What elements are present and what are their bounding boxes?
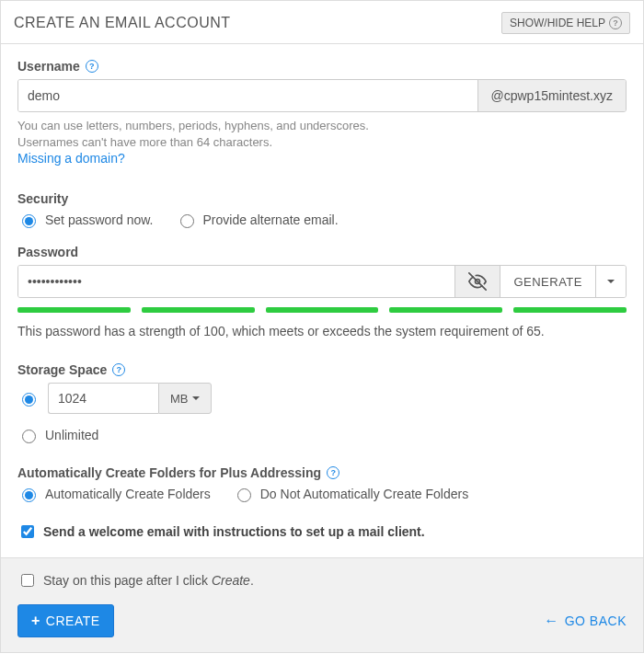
create-email-panel: CREATE AN EMAIL ACCOUNT SHOW/HIDE HELP ?… xyxy=(0,0,644,653)
help-icon[interactable]: ? xyxy=(327,466,339,479)
radio-folders-auto[interactable] xyxy=(22,488,36,502)
domain-addon[interactable]: @cpwp15mintest.xyz xyxy=(477,80,626,111)
help-icon[interactable]: ? xyxy=(86,60,98,73)
storage-label-text: Storage Space xyxy=(17,362,107,377)
stay-label: Stay on this page after I click Create. xyxy=(43,573,254,588)
radio-label: Automatically Create Folders xyxy=(45,487,211,501)
panel-title: CREATE AN EMAIL ACCOUNT xyxy=(14,15,231,31)
show-hide-help-button[interactable]: SHOW/HIDE HELP ? xyxy=(501,12,630,34)
help-button-label: SHOW/HIDE HELP xyxy=(510,17,605,29)
radio-label: Set password now. xyxy=(45,212,154,227)
create-button-label: CREATE xyxy=(46,613,100,628)
radio-storage-unlimited[interactable] xyxy=(22,430,36,443)
help-icon[interactable]: ? xyxy=(112,363,125,376)
stay-checkbox-row[interactable]: Stay on this page after I click Create. xyxy=(17,571,627,590)
radio-label: Do Not Automatically Create Folders xyxy=(260,487,468,501)
username-label: Username ? xyxy=(17,59,627,74)
folders-label: Automatically Create Folders for Plus Ad… xyxy=(17,465,627,480)
password-input-group: GENERATE xyxy=(17,265,627,298)
storage-unit-label: MB xyxy=(170,392,189,406)
storage-group: Storage Space ? MB Unlimited xyxy=(17,362,627,443)
radio-label: Unlimited xyxy=(45,428,98,442)
welcome-checkbox[interactable] xyxy=(21,525,34,538)
chevron-down-icon xyxy=(192,396,200,400)
security-opt-now[interactable]: Set password now. xyxy=(17,212,154,228)
generate-password-button[interactable]: GENERATE xyxy=(500,266,595,297)
password-group: Password GENERATE T xyxy=(17,245,627,338)
security-opt-alt[interactable]: Provide alternate email. xyxy=(176,212,339,228)
hint-line: You can use letters, numbers, periods, h… xyxy=(17,118,627,134)
generate-password-dropdown[interactable] xyxy=(595,266,626,297)
radio-label: Provide alternate email. xyxy=(203,212,339,227)
password-label: Password xyxy=(17,245,627,259)
welcome-checkbox-row[interactable]: Send a welcome email with instructions t… xyxy=(17,522,627,541)
security-label: Security xyxy=(17,191,627,206)
radio-storage-custom[interactable] xyxy=(22,393,36,407)
stay-checkbox[interactable] xyxy=(21,574,34,587)
password-input[interactable] xyxy=(18,266,454,297)
panel-body: Username ? @cpwp15mintest.xyz You can us… xyxy=(1,44,643,557)
radio-alternate-email[interactable] xyxy=(180,214,194,228)
folders-label-text: Automatically Create Folders for Plus Ad… xyxy=(17,465,321,480)
arrow-left-icon xyxy=(544,613,559,629)
panel-header: CREATE AN EMAIL ACCOUNT SHOW/HIDE HELP ? xyxy=(1,1,643,44)
welcome-label: Send a welcome email with instructions t… xyxy=(43,524,425,539)
folders-opt-no[interactable]: Do Not Automatically Create Folders xyxy=(233,486,468,502)
radio-folders-no[interactable] xyxy=(237,488,251,502)
folders-group: Automatically Create Folders for Plus Ad… xyxy=(17,465,627,502)
panel-footer: Stay on this page after I click Create. … xyxy=(1,557,643,652)
storage-label: Storage Space ? xyxy=(17,362,627,377)
stay-label-prefix: Stay on this page after I click xyxy=(43,573,212,588)
username-label-text: Username xyxy=(17,59,80,74)
folders-options: Automatically Create Folders Do Not Auto… xyxy=(17,486,627,502)
stay-label-em: Create xyxy=(212,573,250,588)
password-strength-text: This password has a strength of 100, whi… xyxy=(17,324,627,338)
security-group: Security Set password now. Provide alter… xyxy=(17,191,627,228)
username-hint: You can use letters, numbers, periods, h… xyxy=(17,118,627,151)
eye-off-icon xyxy=(468,272,487,291)
username-input[interactable] xyxy=(18,80,477,111)
hint-line: Usernames can't have more than 64 charac… xyxy=(17,134,627,151)
radio-set-password-now[interactable] xyxy=(22,214,36,228)
chevron-down-icon xyxy=(607,280,615,283)
missing-domain-link[interactable]: Missing a domain? xyxy=(17,151,125,166)
toggle-password-visibility-button[interactable] xyxy=(454,266,500,297)
footer-actions: CREATE GO BACK xyxy=(17,604,627,637)
username-input-group: @cpwp15mintest.xyz xyxy=(17,79,627,112)
storage-unlimited-row[interactable]: Unlimited xyxy=(17,427,627,443)
password-strength-meter xyxy=(17,307,627,313)
folders-opt-auto[interactable]: Automatically Create Folders xyxy=(17,486,211,502)
storage-input[interactable] xyxy=(48,383,158,414)
security-options: Set password now. Provide alternate emai… xyxy=(17,212,627,228)
plus-icon xyxy=(31,613,40,628)
welcome-group: Send a welcome email with instructions t… xyxy=(17,522,627,541)
storage-unit-dropdown[interactable]: MB xyxy=(158,383,212,414)
username-group: Username ? @cpwp15mintest.xyz You can us… xyxy=(17,59,627,166)
go-back-label: GO BACK xyxy=(565,613,627,628)
create-button[interactable]: CREATE xyxy=(17,604,114,637)
storage-custom-row: MB xyxy=(17,383,627,414)
stay-label-suffix: . xyxy=(250,573,254,588)
help-icon: ? xyxy=(609,17,622,29)
go-back-link[interactable]: GO BACK xyxy=(544,613,627,629)
